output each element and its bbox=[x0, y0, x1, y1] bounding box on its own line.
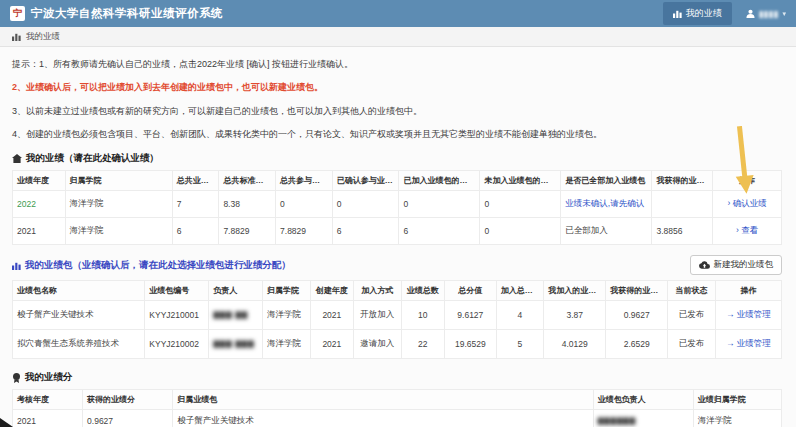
table-cell: 2.6529 bbox=[606, 330, 668, 359]
table-cell: KYYJ210002 bbox=[145, 330, 209, 359]
table-cell: 海洋学院 bbox=[65, 191, 172, 218]
table-cell: 3.8856 bbox=[652, 218, 713, 245]
my-scores-table: 考核年度获得的业绩分归属业绩包业绩包负责人业绩归属学院20210.9627梭子蟹… bbox=[12, 389, 782, 427]
table-row: 2022海洋学院78.380000业绩未确认,请先确认› 确认业绩 bbox=[13, 191, 782, 218]
column-header: 归属学院 bbox=[65, 171, 172, 191]
user-menu[interactable]: ▮▮▮▮ ▾ bbox=[746, 9, 786, 19]
home-icon bbox=[12, 154, 22, 163]
table-cell: 0 bbox=[480, 218, 561, 245]
column-header: 创建年度 bbox=[310, 281, 353, 301]
column-header: 操作 bbox=[715, 281, 781, 301]
chevron-down-icon: ▾ bbox=[782, 10, 786, 18]
column-header: 总共参与业绩分 bbox=[276, 171, 333, 191]
column-header: 业绩包名称 bbox=[13, 281, 145, 301]
section-my-scores-title: 我的业绩分 bbox=[12, 371, 782, 384]
column-header: 已加入业绩包的业绩数 bbox=[399, 171, 480, 191]
table-cell: 6 bbox=[172, 218, 219, 245]
column-header: 业绩总数 bbox=[401, 281, 444, 301]
user-icon bbox=[746, 9, 755, 18]
university-logo-icon: 宁 bbox=[10, 6, 25, 21]
table-cell: 开放加入 bbox=[354, 301, 402, 330]
table-row: 2021海洋学院67.88297.8829660已全部加入3.8856› 查看 bbox=[13, 218, 782, 245]
table-cell: 10 bbox=[401, 301, 444, 330]
breadcrumb: 我的业绩 bbox=[0, 27, 796, 47]
confirm-performance-link[interactable]: › 确认业绩 bbox=[713, 191, 782, 218]
app-header: 宁 宁波大学自然科学科研业绩评价系统 我的业绩 ▮▮▮▮ ▾ bbox=[0, 0, 796, 27]
table-cell: 已发布 bbox=[668, 301, 716, 330]
manage-performance-link[interactable]: → 业绩管理 bbox=[715, 301, 781, 330]
table-cell: 6 bbox=[332, 218, 399, 245]
confirm-hint-link[interactable]: 业绩未确认,请先确认 bbox=[561, 191, 652, 218]
column-header: 业绩包负责人 bbox=[593, 390, 693, 410]
table-row: 20210.9627梭子蟹产业关键技术▇▇▇▇▇▇海洋学院 bbox=[13, 410, 782, 427]
table-cell: 海洋学院 bbox=[693, 410, 781, 427]
table-cell bbox=[652, 191, 713, 218]
cloud-upload-icon bbox=[699, 261, 710, 269]
table-row: 拟穴青蟹生态系统养殖技术KYYJ210002▇▇▇ ▇▇▇海洋学院2021邀请加… bbox=[13, 330, 782, 359]
bar-chart-icon bbox=[12, 32, 21, 41]
table-row: 梭子蟹产业关键技术KYYJ210001▇▇▇ ▇▇海洋学院2021开放加入109… bbox=[13, 301, 782, 330]
logo-glyph: 宁 bbox=[13, 7, 22, 20]
column-header: 未加入业绩包的业绩数 bbox=[480, 171, 561, 191]
table-cell: KYYJ210001 bbox=[145, 301, 209, 330]
table-cell: 22 bbox=[401, 330, 444, 359]
table-cell: 8.38 bbox=[219, 191, 276, 218]
column-header: 业绩归属学院 bbox=[693, 390, 781, 410]
new-package-button-label: 新建我的业绩包 bbox=[714, 259, 774, 271]
table-cell: 海洋学院 bbox=[263, 330, 311, 359]
bar-chart-icon bbox=[673, 9, 682, 18]
table-cell: 邀请加入 bbox=[354, 330, 402, 359]
redacted-leader: ▇▇▇▇▇▇ bbox=[593, 410, 693, 427]
section-my-performance-title: 我的业绩（请在此处确认业绩） bbox=[12, 152, 782, 165]
column-header: 我获得的业绩分 bbox=[652, 171, 713, 191]
table-cell: 0 bbox=[276, 191, 333, 218]
section-title-text: 我的业绩分 bbox=[25, 371, 73, 384]
column-header: 归属业绩包 bbox=[173, 390, 594, 410]
column-header: 加入方式 bbox=[354, 281, 402, 301]
instruction-tips: 提示：1、所有教师请先确认自己的业绩，点击2022年业绩 [确认] 按钮进行业绩… bbox=[12, 59, 782, 140]
table-cell: 4.0129 bbox=[544, 330, 606, 359]
table-cell: 2021 bbox=[13, 218, 66, 245]
manage-performance-link[interactable]: → 业绩管理 bbox=[715, 330, 781, 359]
new-package-button[interactable]: 新建我的业绩包 bbox=[690, 255, 783, 275]
column-header: 我加入的业绩分 bbox=[544, 281, 606, 301]
app-title: 宁波大学自然科学科研业绩评价系统 bbox=[31, 6, 223, 21]
section-title-text: 我的业绩包（业绩确认后，请在此处选择业绩包进行业绩分配） bbox=[25, 259, 291, 272]
column-header: 加入总人数 bbox=[496, 281, 544, 301]
redacted-leader: ▇▇▇ ▇▇ bbox=[209, 301, 263, 330]
column-header: 总共业绩数 bbox=[172, 171, 219, 191]
table-cell: 0.9627 bbox=[83, 410, 173, 427]
tip-line-4: 4、创建的业绩包必须包含项目、平台、创新团队、成果转化类中的一个，只有论文、知识… bbox=[12, 129, 782, 140]
table-cell: 已全部加入 bbox=[561, 218, 652, 245]
my-performance-table: 业绩年度归属学院总共业绩数总共标准业绩分总共参与业绩分已确认参与业绩数已加入业绩… bbox=[12, 170, 782, 245]
table-cell: 3.87 bbox=[544, 301, 606, 330]
table-cell: 已发布 bbox=[668, 330, 716, 359]
table-cell: 0.9627 bbox=[606, 301, 668, 330]
column-header: 我获得的业绩分 bbox=[606, 281, 668, 301]
view-link[interactable]: › 查看 bbox=[713, 218, 782, 245]
nav-my-performance-button[interactable]: 我的业绩 bbox=[663, 2, 732, 25]
user-name: ▮▮▮▮ bbox=[759, 9, 779, 19]
table-cell: 19.6529 bbox=[444, 330, 496, 359]
table-cell: 7.8829 bbox=[219, 218, 276, 245]
column-header: 是否已全部加入业绩包 bbox=[561, 171, 652, 191]
column-header: 总共标准业绩分 bbox=[219, 171, 276, 191]
breadcrumb-label: 我的业绩 bbox=[26, 31, 60, 43]
table-cell: 9.6127 bbox=[444, 301, 496, 330]
table-cell: 2021 bbox=[13, 410, 83, 427]
nav-label: 我的业绩 bbox=[686, 7, 722, 20]
table-cell: 0 bbox=[399, 191, 480, 218]
table-cell: 梭子蟹产业关键技术 bbox=[13, 301, 145, 330]
table-cell: 2021 bbox=[310, 301, 353, 330]
column-header: 总分值 bbox=[444, 281, 496, 301]
column-header: 业绩包编号 bbox=[145, 281, 209, 301]
column-header: 已确认参与业绩数 bbox=[332, 171, 399, 191]
medal-icon bbox=[12, 373, 21, 383]
table-cell: 0 bbox=[332, 191, 399, 218]
column-header: 负责人 bbox=[209, 281, 263, 301]
tip-line-2: 2、业绩确认后，可以把业绩加入到去年创建的业绩包中，也可以新建业绩包。 bbox=[12, 82, 782, 93]
bar-chart-icon bbox=[12, 261, 21, 270]
redacted-leader: ▇▇▇ ▇▇▇ bbox=[209, 330, 263, 359]
table-cell: 6 bbox=[399, 218, 480, 245]
table-cell: 0 bbox=[480, 191, 561, 218]
